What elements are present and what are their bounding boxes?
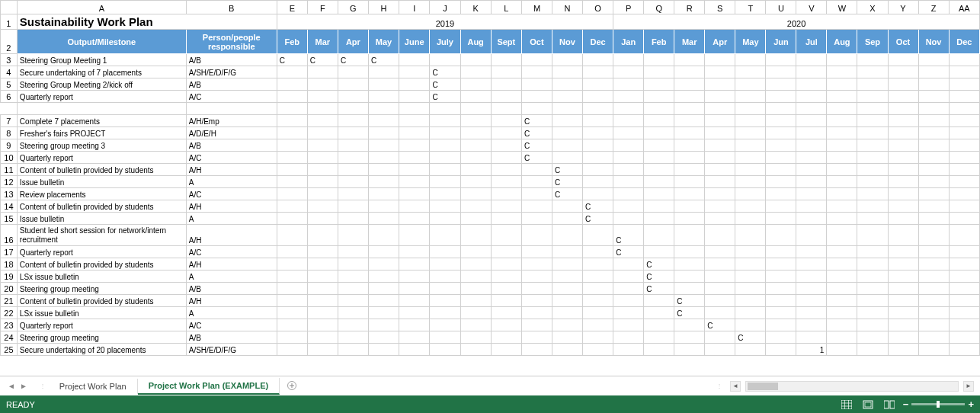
cell-month[interactable] <box>857 139 888 152</box>
cell-month[interactable]: C <box>552 164 582 176</box>
cell-month[interactable] <box>491 115 521 127</box>
cell-month[interactable] <box>888 225 918 246</box>
cell-month[interactable] <box>399 152 430 164</box>
table-row[interactable]: 11Content of bulletin provided by studen… <box>1 164 980 176</box>
cell-month[interactable] <box>796 91 827 103</box>
cell-month[interactable] <box>888 115 918 127</box>
cell-month[interactable] <box>399 176 430 188</box>
column-header[interactable]: T <box>735 1 766 14</box>
cell-month[interactable] <box>644 246 674 258</box>
cell-month[interactable] <box>766 152 796 164</box>
cell-month[interactable] <box>918 295 949 307</box>
cell-month[interactable] <box>430 319 460 331</box>
cell-month[interactable] <box>521 188 552 200</box>
cell-month[interactable] <box>735 307 766 319</box>
cell-month[interactable] <box>827 213 857 225</box>
cell-month[interactable] <box>491 246 521 258</box>
cell-month[interactable] <box>613 66 644 78</box>
row-header[interactable]: 2 <box>1 30 18 54</box>
cell-month[interactable] <box>949 152 979 164</box>
cell-month[interactable] <box>888 176 918 188</box>
cell-month[interactable] <box>338 152 368 164</box>
cell-month[interactable] <box>918 344 949 356</box>
cell-month[interactable] <box>796 139 827 152</box>
cell-month[interactable] <box>735 78 766 91</box>
cell-month[interactable] <box>949 246 979 258</box>
cell-month[interactable] <box>307 225 338 246</box>
column-header[interactable]: G <box>338 1 368 14</box>
cell-month[interactable] <box>277 246 307 258</box>
cell-month[interactable] <box>796 258 827 271</box>
cell-month[interactable] <box>705 152 735 164</box>
cell-month[interactable] <box>583 344 613 356</box>
cell-month[interactable] <box>399 331 430 344</box>
zoom-out-button[interactable]: − <box>903 399 909 410</box>
cell-person[interactable]: A/C <box>186 319 277 331</box>
cell-month[interactable] <box>918 152 949 164</box>
cell-month[interactable] <box>674 91 705 103</box>
cell-month[interactable] <box>949 127 979 139</box>
cell-month[interactable] <box>949 176 979 188</box>
cell-month[interactable] <box>674 54 705 66</box>
cell-month[interactable] <box>766 213 796 225</box>
table-row[interactable]: 7Complete 7 placementsA/H/EmpC <box>1 115 980 127</box>
cell-month[interactable] <box>613 200 644 213</box>
cell-month[interactable] <box>949 344 979 356</box>
column-header[interactable]: U <box>766 1 796 14</box>
cell-month[interactable] <box>552 319 582 331</box>
cell-month[interactable] <box>307 66 338 78</box>
cell-month[interactable] <box>399 139 430 152</box>
cell-month[interactable] <box>399 225 430 246</box>
cell-month[interactable] <box>857 331 888 344</box>
cell-month[interactable] <box>491 283 521 295</box>
cell-month[interactable]: C <box>613 246 644 258</box>
cell-month[interactable] <box>430 225 460 246</box>
cell-month[interactable] <box>613 188 644 200</box>
cell-month[interactable] <box>827 127 857 139</box>
cell-month[interactable] <box>674 344 705 356</box>
cell-month[interactable] <box>766 139 796 152</box>
row-header[interactable]: 15 <box>1 213 18 225</box>
cell-month[interactable] <box>796 331 827 344</box>
cell-month[interactable] <box>613 271 644 283</box>
cell-month[interactable] <box>491 78 521 91</box>
cell-month[interactable] <box>307 176 338 188</box>
cell-month[interactable] <box>338 213 368 225</box>
cell-month[interactable] <box>705 200 735 213</box>
cell-month[interactable] <box>857 225 888 246</box>
cell-month[interactable] <box>766 246 796 258</box>
column-header[interactable]: E <box>277 1 307 14</box>
cell-month[interactable] <box>918 271 949 283</box>
cell-output[interactable]: Review placements <box>17 188 186 200</box>
cell-month[interactable] <box>613 164 644 176</box>
cell-month[interactable] <box>644 78 674 91</box>
cell-month[interactable] <box>827 115 857 127</box>
zoom-slider[interactable]: − + <box>903 399 974 410</box>
cell-month[interactable]: C <box>307 54 338 66</box>
cell-month[interactable] <box>521 307 552 319</box>
cell-output[interactable]: Content of bulletin provided by students <box>17 200 186 213</box>
cell-month[interactable] <box>583 295 613 307</box>
cell-person[interactable]: A <box>186 213 277 225</box>
cell-month[interactable] <box>552 246 582 258</box>
column-header[interactable]: K <box>460 1 491 14</box>
cell-month[interactable] <box>491 200 521 213</box>
cell-month[interactable] <box>705 258 735 271</box>
cell-month[interactable] <box>735 200 766 213</box>
cell-month[interactable] <box>552 152 582 164</box>
cell-month[interactable] <box>644 295 674 307</box>
cell-month[interactable] <box>338 188 368 200</box>
cell-month[interactable] <box>430 176 460 188</box>
cell-month[interactable] <box>338 344 368 356</box>
tab-next-icon[interactable]: ► <box>20 382 27 390</box>
cell-month[interactable] <box>827 246 857 258</box>
cell-month[interactable] <box>857 344 888 356</box>
cell-month[interactable] <box>430 115 460 127</box>
cell-month[interactable] <box>796 188 827 200</box>
cell-month[interactable] <box>583 164 613 176</box>
cell-month[interactable] <box>613 91 644 103</box>
cell-month[interactable] <box>307 246 338 258</box>
cell-month[interactable] <box>277 344 307 356</box>
cell-month[interactable] <box>644 139 674 152</box>
cell-month[interactable] <box>307 213 338 225</box>
